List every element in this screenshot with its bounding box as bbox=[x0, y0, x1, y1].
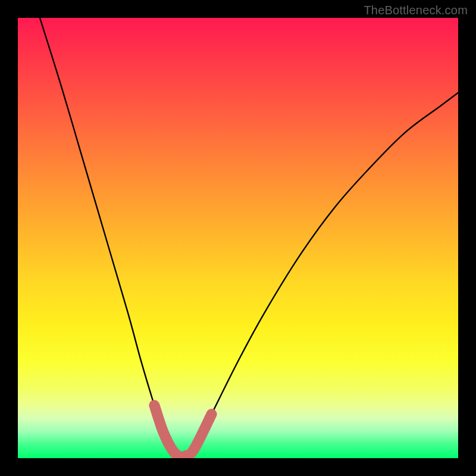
plot-area bbox=[18, 18, 458, 458]
bottleneck-curve bbox=[40, 18, 458, 457]
watermark-text: TheBottleneck.com bbox=[364, 4, 468, 17]
valley-marker bbox=[154, 405, 211, 457]
curve-layer bbox=[18, 18, 458, 458]
chart-stage: TheBottleneck.com bbox=[0, 0, 476, 476]
